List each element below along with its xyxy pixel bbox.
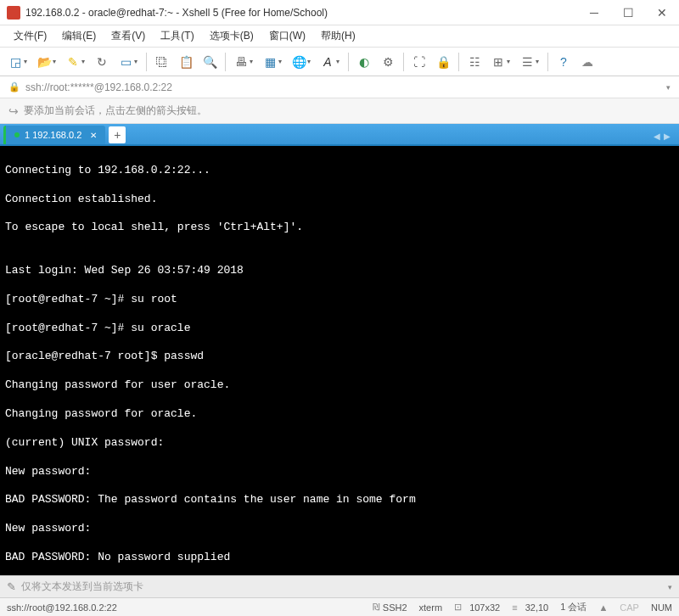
titlebar: 192.168.0.2 - oracle@redhat-7:~ - Xshell…: [0, 0, 679, 25]
help-icon: ?: [557, 55, 570, 69]
tab-prev-icon[interactable]: ◀: [654, 132, 660, 141]
reconnect-button[interactable]: ↻: [92, 53, 112, 71]
terminal-line: BAD PASSWORD: The password contains the …: [5, 493, 674, 507]
layout-button[interactable]: ▦▾: [260, 53, 285, 71]
fullscreen-icon: ⛶: [412, 55, 426, 69]
xftp-icon: ◐: [357, 55, 371, 69]
address-url: ssh://root:******@192.168.0.2:22: [25, 81, 172, 93]
terminal-line: [root@redhat-7 ~]# su root: [5, 293, 674, 307]
tab-close-icon[interactable]: ✕: [90, 131, 97, 140]
session-tab[interactable]: 1 192.168.0.2 ✕: [3, 126, 105, 144]
statusbar: ssh://root@192.168.0.2:22 ₪SSH2 xterm ⊡ …: [0, 597, 679, 616]
copy-button[interactable]: ⿻: [152, 53, 172, 71]
window-title: 192.168.0.2 - oracle@redhat-7:~ - Xshell…: [25, 7, 584, 19]
window-controls: ─ ☐ ✕: [584, 3, 672, 23]
layout-icon: ▦: [263, 55, 277, 69]
about-button[interactable]: ☁: [577, 53, 598, 71]
status-term: xterm: [419, 602, 443, 613]
maximize-button[interactable]: ☐: [618, 3, 638, 23]
tab-nav: ◀ ▶: [654, 132, 676, 144]
paste-icon: 📋: [179, 55, 193, 69]
status-proto: ₪SSH2: [373, 602, 407, 613]
help-button[interactable]: ?: [553, 53, 574, 71]
menu-help[interactable]: 帮助(H): [314, 26, 362, 46]
new-session-icon: ◲: [8, 55, 22, 69]
menu-view[interactable]: 查看(V): [104, 26, 152, 46]
info-icon: ☁: [581, 55, 594, 69]
calculator-icon: ☷: [468, 55, 481, 69]
toolbar-separator: [146, 53, 147, 71]
terminal-line: Changing password for user oracle.: [5, 378, 674, 393]
encoding-button[interactable]: 🌐▾: [289, 53, 314, 71]
send-icon: ✎: [7, 580, 16, 593]
menu-edit[interactable]: 编辑(E): [55, 26, 103, 46]
status-triangle-icon: ▲: [598, 602, 608, 613]
xagent-icon: ⚙: [381, 55, 395, 69]
print-button[interactable]: 🖶▾: [231, 53, 256, 71]
toolbar-separator: [547, 53, 548, 71]
status-size: ⊡ 107x32: [454, 602, 500, 613]
status-cap: CAP: [620, 602, 639, 613]
find-button[interactable]: 🔍: [199, 53, 220, 71]
sendbar-dropdown-icon[interactable]: ▾: [668, 583, 672, 591]
print-icon: 🖶: [234, 55, 248, 69]
open-session-button[interactable]: 📂▾: [34, 53, 59, 71]
calc-button[interactable]: ☷: [464, 53, 485, 71]
tab-next-icon[interactable]: ▶: [664, 132, 671, 141]
toolbar-separator: [403, 53, 404, 71]
add-tab-button[interactable]: +: [109, 126, 126, 143]
toolbar-separator: [458, 53, 459, 71]
terminal-line: (current) UNIX password:: [5, 436, 674, 451]
script-button[interactable]: ⊞▾: [488, 53, 513, 71]
lock-icon: 🔒: [436, 55, 450, 69]
menu-tab[interactable]: 选项卡(B): [203, 26, 261, 46]
tabbar: 1 192.168.0.2 ✕ + ◀ ▶: [0, 124, 679, 146]
lock-icon: 🔒: [8, 81, 20, 92]
tab-label: 1 192.168.0.2: [25, 130, 81, 140]
list-icon: ☰: [520, 55, 534, 69]
status-cursor: ≡ 32,10: [512, 602, 548, 613]
tab-status-icon: [14, 132, 20, 137]
fullscreen-button[interactable]: ⛶: [409, 53, 429, 71]
sendbar[interactable]: ✎ 仅将文本发送到当前选项卡 ▾: [0, 575, 679, 597]
hintbar: ↪ 要添加当前会话，点击左侧的箭头按钮。: [0, 98, 679, 124]
close-button[interactable]: ✕: [652, 3, 672, 23]
lock-button[interactable]: 🔒: [433, 53, 453, 71]
address-dropdown-icon[interactable]: ▾: [666, 83, 671, 92]
terminal-line: [oracle@redhat-7 root]$ passwd: [5, 350, 674, 364]
menu-tools[interactable]: 工具(T): [154, 26, 200, 46]
toolbar: ◲▾ 📂▾ ✎▾ ↻ ▭▾ ⿻ 📋 🔍 🖶▾ ▦▾ 🌐▾ A▾ ◐ ⚙ ⛶ 🔒 …: [0, 48, 679, 76]
toolbar-separator: [225, 53, 226, 71]
toolbar-separator: [348, 53, 349, 71]
xftp-button[interactable]: ◐: [354, 53, 374, 71]
menu-file[interactable]: 文件(F): [7, 26, 53, 46]
properties-icon: ▭: [119, 55, 132, 69]
terminal-line: To escape to local shell, press 'Ctrl+Al…: [5, 221, 674, 235]
terminal-line: Connection established.: [5, 193, 674, 207]
new-session-button[interactable]: ◲▾: [5, 53, 31, 71]
terminal-line: Last login: Wed Sep 26 03:57:49 2018: [5, 264, 674, 278]
add-session-arrow-icon[interactable]: ↪: [8, 104, 19, 118]
properties-button[interactable]: ▭▾: [115, 53, 141, 71]
terminal-line: Changing password for oracle.: [5, 407, 674, 422]
addressbar[interactable]: 🔒 ssh://root:******@192.168.0.2:22 ▾: [0, 76, 679, 98]
xagent-button[interactable]: ⚙: [378, 53, 398, 71]
paste-button[interactable]: 📋: [176, 53, 196, 71]
font-button[interactable]: A▾: [317, 53, 343, 71]
status-num: NUM: [651, 602, 672, 613]
minimize-button[interactable]: ─: [584, 3, 604, 23]
status-sessions: 1 会话: [560, 601, 586, 613]
script-icon: ⊞: [491, 55, 505, 69]
sendbar-text: 仅将文本发送到当前选项卡: [21, 580, 143, 594]
hint-text: 要添加当前会话，点击左侧的箭头按钮。: [24, 104, 207, 118]
menu-window[interactable]: 窗口(W): [262, 26, 312, 46]
search-icon: 🔍: [203, 55, 216, 69]
highlight-button[interactable]: ✎▾: [63, 53, 88, 71]
font-icon: A: [321, 55, 334, 69]
highlight-icon: ✎: [66, 55, 80, 69]
more-button[interactable]: ☰▾: [517, 53, 542, 71]
terminal[interactable]: Connecting to 192.168.0.2:22... Connecti…: [0, 146, 679, 575]
terminal-line: New password:: [5, 465, 674, 479]
terminal-line: BAD PASSWORD: No password supplied: [5, 551, 674, 565]
refresh-icon: ↻: [95, 55, 109, 69]
